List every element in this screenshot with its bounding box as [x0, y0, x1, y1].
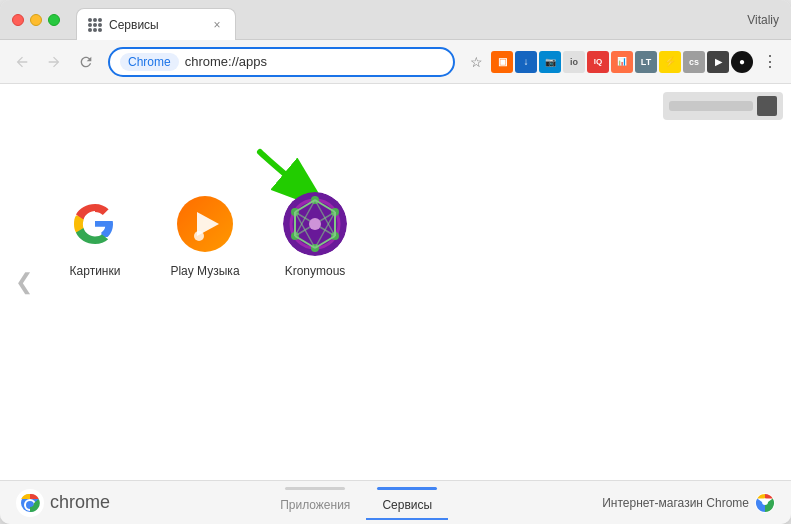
app-label-google-images: Картинки [70, 264, 121, 278]
bottom-tab-apps[interactable]: Приложения [264, 492, 366, 518]
bottom-tabs: Приложения Сервисы [110, 487, 602, 518]
chip-label: Chrome [128, 55, 171, 69]
app-kronymous[interactable]: Kronymous [270, 184, 360, 286]
kronymous-icon [283, 192, 347, 256]
ext-icon-5[interactable]: IQ [587, 51, 609, 73]
bookmark-icon[interactable]: ☆ [463, 49, 489, 75]
ext-icon-9[interactable]: cs [683, 51, 705, 73]
store-label: Интернет-магазин Chrome [602, 496, 749, 510]
bottom-tab-services[interactable]: Сервисы [366, 492, 448, 518]
user-name: Vitaliy [747, 13, 779, 27]
close-button[interactable] [12, 14, 24, 26]
play-music-icon [173, 192, 237, 256]
refresh-button[interactable] [72, 48, 100, 76]
active-tab[interactable]: Сервисы × [76, 8, 236, 40]
tab-area: Сервисы × [76, 0, 739, 39]
blurred-text [669, 101, 753, 111]
ext-icon-1[interactable]: ▣ [491, 51, 513, 73]
minimize-button[interactable] [30, 14, 42, 26]
forward-button[interactable] [40, 48, 68, 76]
tab-close-button[interactable]: × [209, 17, 225, 33]
grid-icon [88, 18, 102, 32]
ext-icon-8[interactable]: ⚡ [659, 51, 681, 73]
url-input[interactable] [185, 54, 443, 69]
chrome-store-link[interactable]: Интернет-магазин Chrome [602, 493, 775, 513]
app-google-images[interactable]: Картинки [50, 184, 140, 286]
bottom-bar: chrome Приложения Сервисы Интернет-магаз… [0, 480, 791, 524]
blurred-bar [663, 92, 783, 120]
google-images-icon [63, 192, 127, 256]
tab-apps-indicator [285, 487, 345, 490]
ext-icon-10[interactable]: ▶ [707, 51, 729, 73]
app-label-kronymous: Kronymous [285, 264, 346, 278]
toolbar-icons: ☆ ▣ ↓ 📷 io IQ 📊 LT ⚡ cs ▶ ● [463, 49, 753, 75]
title-bar: Сервисы × Vitaliy [0, 0, 791, 40]
svg-point-26 [309, 218, 321, 230]
chrome-logo-text: chrome [50, 492, 110, 513]
address-bar[interactable]: Chrome [108, 47, 455, 77]
ext-icon-7[interactable]: LT [635, 51, 657, 73]
ext-icon-2[interactable]: ↓ [515, 51, 537, 73]
tab-favicon [87, 17, 103, 33]
ext-icon-11[interactable]: ● [731, 51, 753, 73]
ext-icon-3[interactable]: 📷 [539, 51, 561, 73]
blurred-square [757, 96, 777, 116]
apps-grid: Картинки [50, 184, 360, 286]
tab-services-indicator [377, 487, 437, 490]
address-chip: Chrome [120, 53, 179, 71]
chrome-logo: chrome [16, 489, 110, 517]
left-chevron-button[interactable]: ❮ [15, 269, 33, 295]
browser-window: Сервисы × Vitaliy Chrome ☆ ▣ ↓ 📷 [0, 0, 791, 524]
app-label-play-music: Play Музыка [170, 264, 239, 278]
ext-icon-6[interactable]: 📊 [611, 51, 633, 73]
maximize-button[interactable] [48, 14, 60, 26]
chrome-logo-icon [16, 489, 44, 517]
svg-point-5 [194, 231, 204, 241]
more-menu-button[interactable]: ⋮ [757, 49, 783, 75]
svg-point-31 [763, 498, 768, 503]
back-button[interactable] [8, 48, 36, 76]
traffic-lights [12, 14, 60, 26]
ext-icon-4[interactable]: io [563, 51, 585, 73]
store-icon [755, 493, 775, 513]
main-content: Картинки [0, 84, 791, 480]
tab-title: Сервисы [109, 18, 203, 32]
app-play-music[interactable]: Play Музыка [160, 184, 250, 286]
nav-bar: Chrome ☆ ▣ ↓ 📷 io IQ 📊 LT ⚡ cs ▶ ● ⋮ [0, 40, 791, 84]
